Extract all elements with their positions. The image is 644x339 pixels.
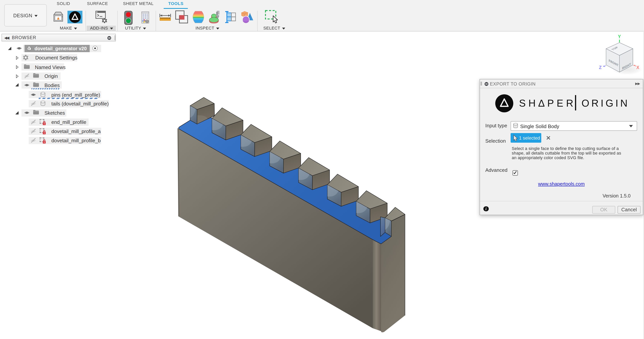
svg-text:Z: Z bbox=[599, 65, 602, 70]
svg-text:X: X bbox=[636, 65, 640, 70]
svg-text:Y: Y bbox=[618, 34, 621, 39]
